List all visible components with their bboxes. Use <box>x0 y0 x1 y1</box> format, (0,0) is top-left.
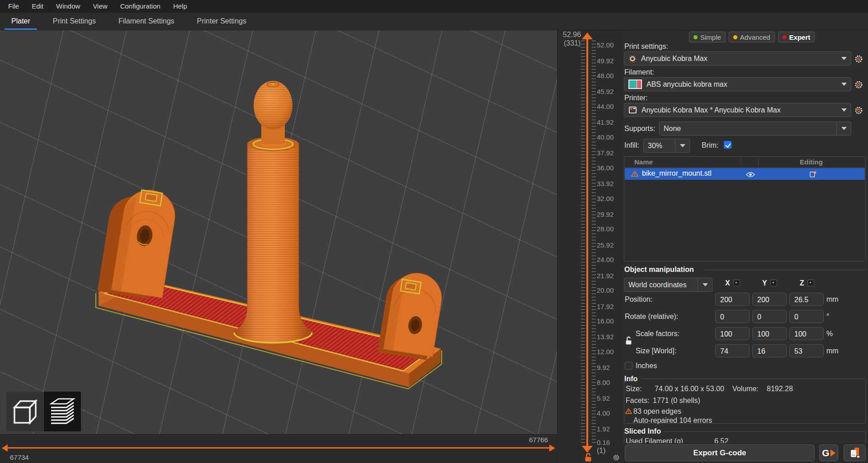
gear-icon <box>854 80 863 89</box>
sliced-info-title: Sliced Info <box>624 427 665 435</box>
slider-gear-icon[interactable] <box>613 454 620 463</box>
layer-tick-21.92: 21.92 <box>597 272 623 280</box>
print-settings-select[interactable]: Anycubic Kobra Max <box>624 51 851 65</box>
gcode-letter-icon: G <box>822 448 829 458</box>
right-panel: SimpleAdvancedExpert Print settings: Any… <box>623 30 868 463</box>
menu-configuration[interactable]: Configuration <box>114 0 167 13</box>
scale-lock-icon[interactable] <box>625 336 632 347</box>
position-unit: mm <box>826 295 839 304</box>
layer-tick-41.92: 41.92 <box>597 118 623 126</box>
3d-viewport[interactable] <box>0 30 557 434</box>
gcode-move-slider[interactable]: 67766 67734 <box>0 434 557 463</box>
layer-slider-track[interactable] <box>586 39 588 446</box>
layer-tick-37.92: 37.92 <box>597 149 623 157</box>
menu-help[interactable]: Help <box>167 0 193 13</box>
size-z-field[interactable]: 53 <box>789 344 824 357</box>
scale-label: Scale factors: <box>636 330 679 338</box>
print-settings-gear-button[interactable] <box>853 53 864 65</box>
tab-filament-settings[interactable]: Filament Settings <box>107 13 186 30</box>
supports-chevron-button[interactable] <box>836 122 847 135</box>
filament-gear-button[interactable] <box>853 79 864 90</box>
axis-x-icon[interactable] <box>733 280 740 286</box>
chevron-down-icon <box>703 283 708 286</box>
sd-card-export-icon <box>849 447 861 459</box>
tab-printer-settings[interactable]: Printer Settings <box>186 13 258 30</box>
rotate-row: Rotate (relative):000° <box>623 310 868 324</box>
scale-z-field[interactable]: 100 <box>789 327 824 340</box>
mode-simple[interactable]: Simple <box>689 32 726 42</box>
tab-print-settings[interactable]: Print Settings <box>42 13 107 30</box>
filament-select[interactable]: ABS anycubic kobra max <box>624 77 851 91</box>
printer-select[interactable]: Anycubic Kobra Max * Anycubic Kobra Max <box>624 103 851 117</box>
layer-tick-24.00: 24.00 <box>597 256 623 263</box>
infill-select[interactable]: 30% <box>643 139 690 153</box>
scale-y-field[interactable]: 100 <box>752 327 787 340</box>
mode-advanced[interactable]: Advanced <box>729 32 775 42</box>
position-y-field[interactable]: 200 <box>752 293 787 306</box>
menu-view[interactable]: View <box>86 0 113 13</box>
axis-z-icon[interactable] <box>807 280 814 286</box>
printer-gear-button[interactable] <box>853 104 864 116</box>
warning-triangle-icon <box>625 408 632 416</box>
layer-slider-column[interactable]: 52.96 (331) 52.0049.9248.0045.9244.0041.… <box>557 30 623 463</box>
layer-tick-13.92: 13.92 <box>597 333 623 341</box>
move-slider-left-handle[interactable] <box>2 444 8 452</box>
layer-ruler-right-ticks <box>592 41 596 445</box>
gear-icon <box>854 106 863 115</box>
infill-chevron-button[interactable] <box>675 139 685 152</box>
chevron-down-icon <box>841 108 847 112</box>
menu-window[interactable]: Window <box>50 0 86 13</box>
supports-label: Supports: <box>624 125 655 133</box>
rotate-y-field[interactable]: 0 <box>752 310 787 323</box>
unlock-icon[interactable] <box>584 453 592 463</box>
layer-slider-bottom-handle[interactable] <box>582 446 593 453</box>
sliced-model-preview <box>0 30 557 434</box>
move-slider-track[interactable] <box>7 447 550 449</box>
printer-label: Printer: <box>624 94 648 102</box>
eye-icon[interactable] <box>746 171 755 179</box>
size-x-field[interactable]: 74 <box>715 344 750 357</box>
object-manipulation-title: Object manipulation <box>624 266 698 274</box>
layer-slider-current-height: 52.96 <box>563 31 581 39</box>
export-gcode-quick-button[interactable]: G <box>819 444 838 461</box>
coordinate-system-select[interactable]: World coordinates <box>624 278 712 292</box>
infill-label: Infill: <box>624 141 639 150</box>
object-row-selected[interactable]: bike_mirror_mount.stl <box>625 168 865 180</box>
info-repair-text: Auto-repaired 104 errors <box>633 416 712 425</box>
layer-tick-12.00: 12.00 <box>597 348 623 355</box>
inches-checkbox[interactable] <box>625 362 632 369</box>
move-slider-right-handle[interactable] <box>549 444 555 452</box>
supports-value: None <box>664 125 681 133</box>
layer-slider-top-handle[interactable] <box>582 33 593 39</box>
menu-edit[interactable]: Edit <box>25 0 50 13</box>
preview-layers-view-button[interactable] <box>44 392 81 431</box>
rotate-x-field[interactable]: 0 <box>715 310 750 323</box>
coords-chevron-button[interactable] <box>698 278 708 291</box>
column-name: Name <box>634 158 653 166</box>
supports-select[interactable]: None <box>659 122 851 136</box>
edit-object-icon[interactable] <box>809 170 817 180</box>
layer-tick-52.00: 52.00 <box>597 41 623 49</box>
export-gcode-button[interactable]: Export G-code <box>625 444 815 461</box>
export-to-sd-button[interactable] <box>844 444 866 461</box>
layer-tick-49.92: 49.92 <box>597 57 623 65</box>
3d-editor-view-button[interactable] <box>6 392 43 431</box>
mode-expert[interactable]: Expert <box>778 32 815 42</box>
chevron-down-icon <box>841 83 847 86</box>
info-facets-value: 1771 (0 shells) <box>653 397 700 405</box>
layer-tick-45.92: 45.92 <box>597 88 623 95</box>
axis-z-header: Z <box>800 279 804 287</box>
play-triangle-icon <box>830 449 835 457</box>
axis-y-icon[interactable] <box>770 280 777 286</box>
move-slider-max: 67766 <box>529 436 548 444</box>
chevron-down-icon <box>680 144 685 147</box>
scale-x-field[interactable]: 100 <box>715 327 750 340</box>
tab-plater[interactable]: Plater <box>0 13 42 30</box>
rotate-z-field[interactable]: 0 <box>789 310 824 323</box>
position-x-field[interactable]: 200 <box>715 293 750 306</box>
object-list[interactable]: Name Editing bike_mirror_mount.stl <box>624 156 866 262</box>
position-z-field[interactable]: 26.5 <box>789 293 824 306</box>
menu-file[interactable]: File <box>2 0 25 13</box>
brim-checkbox[interactable] <box>724 141 731 149</box>
size-y-field[interactable]: 16 <box>752 344 787 357</box>
